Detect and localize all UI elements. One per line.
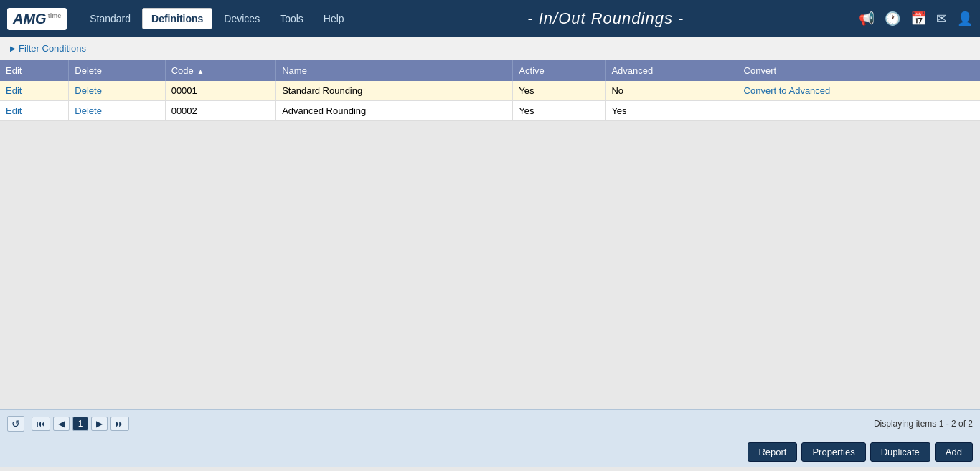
megaphone-icon[interactable]: 📢 xyxy=(859,11,875,27)
last-page-button[interactable]: ⏭ xyxy=(110,417,129,431)
nav-item-devices[interactable]: Devices xyxy=(215,9,268,29)
current-page-button[interactable]: 1 xyxy=(72,417,88,431)
table-body: EditDelete00001Standard RoundingYesNoCon… xyxy=(0,81,980,121)
filter-toggle[interactable]: ▶ Filter Conditions xyxy=(10,43,86,54)
table-header: EditDeleteCode ▲NameActiveAdvancedConver… xyxy=(0,60,980,81)
cell-code-0: 00001 xyxy=(165,81,276,101)
cell-edit-1: Edit xyxy=(0,101,69,121)
cell-advanced-1: Yes xyxy=(606,101,738,121)
logo-box: AMG time xyxy=(7,8,67,30)
col-header-edit: Edit xyxy=(0,60,69,81)
cell-name-0: Standard Rounding xyxy=(276,81,513,101)
table-header-row: EditDeleteCode ▲NameActiveAdvancedConver… xyxy=(0,60,980,81)
cell-active-1: Yes xyxy=(513,101,606,121)
table-row: EditDelete00002Advanced RoundingYesYes xyxy=(0,101,980,121)
user-icon[interactable]: 👤 xyxy=(957,11,973,27)
delete-link-1[interactable]: Delete xyxy=(75,105,102,116)
properties-button[interactable]: Properties xyxy=(801,442,865,462)
calendar-icon[interactable]: 📅 xyxy=(910,11,926,27)
header: AMG time StandardDefinitionsDevicesTools… xyxy=(0,0,980,37)
table-wrapper: EditDeleteCode ▲NameActiveAdvancedConver… xyxy=(0,60,980,409)
logo-amg-text: AMG xyxy=(13,11,47,27)
col-header-advanced: Advanced xyxy=(606,60,738,81)
filter-triangle-icon: ▶ xyxy=(10,44,16,52)
action-bar: ReportPropertiesDuplicateAdd xyxy=(0,437,980,467)
filter-bar: ▶ Filter Conditions xyxy=(0,37,980,60)
sort-arrow-code: ▲ xyxy=(195,67,204,75)
edit-link-1[interactable]: Edit xyxy=(6,105,22,116)
nav-item-help[interactable]: Help xyxy=(315,9,353,29)
cell-edit-0: Edit xyxy=(0,81,69,101)
delete-link-0[interactable]: Delete xyxy=(75,85,102,96)
nav-item-definitions[interactable]: Definitions xyxy=(142,8,212,29)
page-title: - In/Out Roundings - xyxy=(353,9,859,28)
convert-link-0[interactable]: Convert to Advanced xyxy=(744,85,831,96)
edit-link-0[interactable]: Edit xyxy=(6,85,22,96)
table-row: EditDelete00001Standard RoundingYesNoCon… xyxy=(0,81,980,101)
cell-code-1: 00002 xyxy=(165,101,276,121)
header-icons: 📢 🕐 📅 ✉ 👤 xyxy=(859,11,973,27)
cell-convert-0: Convert to Advanced xyxy=(738,81,980,101)
pagination-bar: ↺ ⏮ ◀ 1 ▶ ⏭ Displaying items 1 - 2 of 2 xyxy=(0,409,980,437)
col-header-name: Name xyxy=(276,60,513,81)
add-button[interactable]: Add xyxy=(935,442,973,462)
filter-label: Filter Conditions xyxy=(19,43,86,54)
cell-delete-1: Delete xyxy=(69,101,165,121)
display-info: Displaying items 1 - 2 of 2 xyxy=(874,419,973,429)
cell-active-0: Yes xyxy=(513,81,606,101)
cell-convert-1 xyxy=(738,101,980,121)
cell-advanced-0: No xyxy=(606,81,738,101)
col-header-code[interactable]: Code ▲ xyxy=(165,60,276,81)
col-header-convert: Convert xyxy=(738,60,980,81)
cell-name-1: Advanced Rounding xyxy=(276,101,513,121)
first-page-button[interactable]: ⏮ xyxy=(32,417,50,431)
logo: AMG time xyxy=(7,8,67,30)
refresh-button[interactable]: ↺ xyxy=(7,416,24,432)
col-header-active: Active xyxy=(513,60,606,81)
clock-icon[interactable]: 🕐 xyxy=(885,11,900,27)
cell-delete-0: Delete xyxy=(69,81,165,101)
nav-item-standard[interactable]: Standard xyxy=(81,9,139,29)
col-header-delete: Delete xyxy=(69,60,165,81)
data-table: EditDeleteCode ▲NameActiveAdvancedConver… xyxy=(0,60,980,121)
main-nav: StandardDefinitionsDevicesToolsHelp xyxy=(81,8,352,29)
prev-page-button[interactable]: ◀ xyxy=(53,417,70,431)
logo-time-text: time xyxy=(48,12,62,19)
report-button[interactable]: Report xyxy=(748,442,797,462)
mail-icon[interactable]: ✉ xyxy=(936,11,947,27)
duplicate-button[interactable]: Duplicate xyxy=(870,442,930,462)
nav-item-tools[interactable]: Tools xyxy=(271,9,312,29)
next-page-button[interactable]: ▶ xyxy=(91,417,108,431)
